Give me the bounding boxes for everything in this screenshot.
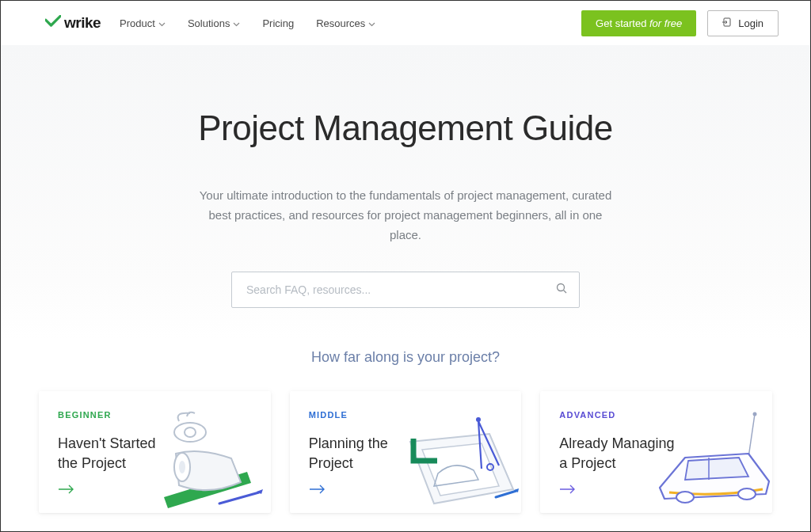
brand-logo[interactable]: wrike — [45, 14, 101, 32]
card-level-label: ADVANCED — [559, 410, 756, 420]
login-label: Login — [738, 17, 763, 29]
nav-label: Product — [120, 17, 155, 29]
chevron-down-icon — [233, 17, 240, 29]
arrow-right-icon — [58, 483, 75, 497]
card-level-label: MIDDLE — [309, 410, 506, 420]
wrike-logo-icon — [45, 15, 64, 31]
login-button[interactable]: Login — [707, 10, 779, 36]
cta-prefix: Get started — [596, 17, 649, 29]
nav-label: Solutions — [188, 17, 230, 29]
main-nav: Product Solutions Pricing Resources — [120, 17, 375, 29]
cta-suffix: for free — [649, 17, 682, 29]
chevron-down-icon — [368, 17, 375, 29]
progress-section: How far along is your project? BEGINNER … — [1, 340, 810, 513]
svg-point-6 — [179, 461, 185, 473]
page-title: Project Management Guide — [1, 108, 810, 148]
arrow-right-icon — [309, 483, 326, 497]
nav-product[interactable]: Product — [120, 17, 166, 29]
nav-solutions[interactable]: Solutions — [188, 17, 240, 29]
card-row: BEGINNER Haven't Started the Project MID… — [39, 391, 772, 513]
get-started-button[interactable]: Get started for free — [581, 10, 696, 36]
search-container — [231, 272, 580, 308]
svg-line-9 — [748, 414, 755, 458]
svg-point-8 — [487, 464, 493, 470]
search-input[interactable] — [231, 272, 580, 308]
card-advanced[interactable]: ADVANCED Already Managing a Project — [540, 391, 772, 513]
arrow-right-icon — [559, 483, 577, 497]
hero-section: Project Management Guide Your ultimate i… — [1, 45, 810, 340]
svg-point-4 — [185, 428, 196, 437]
card-level-label: BEGINNER — [58, 410, 255, 420]
card-title: Already Managing a Project — [559, 434, 678, 473]
svg-point-3 — [174, 423, 206, 442]
card-beginner[interactable]: BEGINNER Haven't Started the Project — [39, 391, 271, 513]
svg-point-12 — [738, 488, 756, 500]
site-header: wrike Product Solutions Pricing Resource… — [1, 1, 810, 45]
page-subtitle: Your ultimate introduction to the fundam… — [192, 186, 619, 245]
nav-resources[interactable]: Resources — [316, 17, 375, 29]
section-title: How far along is your project? — [39, 349, 772, 366]
svg-point-11 — [676, 492, 694, 503]
chevron-down-icon — [158, 17, 166, 29]
nav-label: Resources — [316, 17, 365, 29]
card-title: Planning the Project — [309, 434, 428, 473]
brand-name: wrike — [64, 14, 101, 32]
nav-pricing[interactable]: Pricing — [262, 17, 294, 29]
nav-label: Pricing — [262, 17, 294, 29]
card-middle[interactable]: MIDDLE Planning the Project — [290, 391, 522, 513]
card-title: Haven't Started the Project — [58, 434, 177, 473]
login-icon — [722, 17, 732, 29]
